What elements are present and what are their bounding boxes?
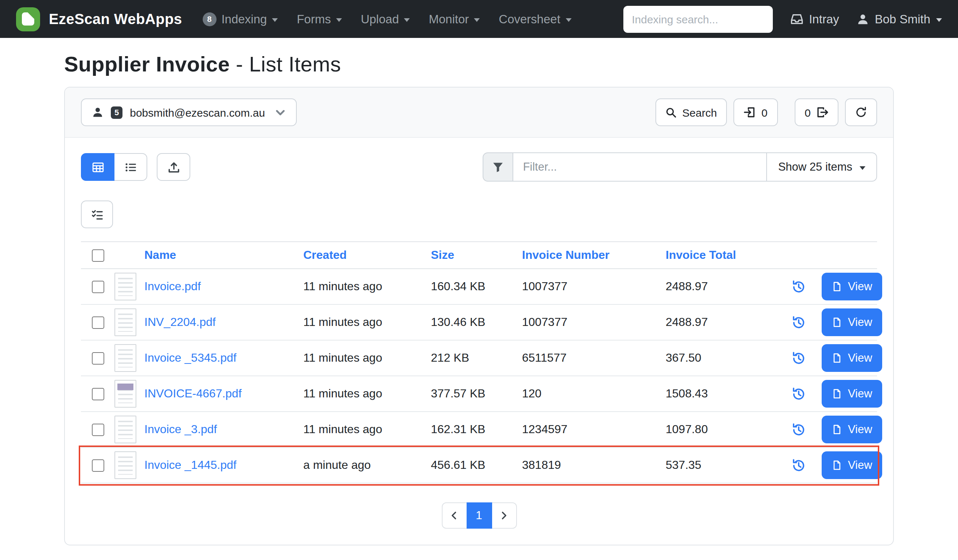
row-checkbox[interactable] <box>92 459 104 471</box>
check-in-button[interactable]: 0 <box>734 98 778 126</box>
intray-icon <box>790 13 803 25</box>
row-checkbox[interactable] <box>92 352 104 364</box>
view-button-label: View <box>848 423 872 436</box>
nav-item-coversheet[interactable]: Coversheet <box>499 12 571 26</box>
nav-item-indexing[interactable]: 8 Indexing <box>202 12 278 26</box>
cell-size: 162.31 KB <box>431 423 522 436</box>
pagination-next-button[interactable] <box>491 502 517 529</box>
list-view-button[interactable] <box>114 153 147 181</box>
person-icon <box>92 106 103 118</box>
header-created[interactable]: Created <box>303 249 431 262</box>
nav-item-label: Indexing <box>221 12 267 26</box>
cell-invoice-number: 1234597 <box>522 423 666 436</box>
user-name-label: Bob Smith <box>875 12 930 26</box>
row-checkbox[interactable] <box>92 316 104 328</box>
page-title-sub: - List Items <box>236 52 341 76</box>
history-button[interactable] <box>791 280 805 293</box>
document-thumbnail[interactable] <box>114 380 136 408</box>
view-button[interactable]: View <box>822 380 883 408</box>
history-button[interactable] <box>791 458 805 472</box>
view-button[interactable]: View <box>822 308 883 336</box>
cell-invoice-total: 2488.97 <box>666 316 775 329</box>
caret-down-icon <box>565 18 571 22</box>
filter-input[interactable] <box>514 152 767 182</box>
document-name-link[interactable]: INVOICE-4667.pdf <box>144 387 303 400</box>
search-button[interactable]: Search <box>655 98 727 126</box>
grid-view-button[interactable] <box>81 153 114 181</box>
pagination-page-1[interactable]: 1 <box>466 502 492 529</box>
page-title: Supplier Invoice - List Items <box>64 52 894 76</box>
table-row: Invoice.pdf 11 minutes ago 160.34 KB 100… <box>81 269 877 305</box>
list-toolbar: Show 25 items <box>81 152 877 182</box>
indexing-search-input[interactable] <box>623 5 772 32</box>
nav-item-forms[interactable]: Forms <box>297 12 342 26</box>
filter-icon <box>492 161 504 173</box>
cell-invoice-number: 1007377 <box>522 316 666 329</box>
check-out-icon <box>817 106 828 118</box>
document-name-link[interactable]: Invoice _3.pdf <box>144 423 303 436</box>
view-button[interactable]: View <box>822 451 883 479</box>
upload-button[interactable] <box>157 153 190 181</box>
upload-icon <box>167 161 180 173</box>
view-button[interactable]: View <box>822 416 883 443</box>
user-menu[interactable]: Bob Smith <box>856 12 942 26</box>
indexing-count-badge: 8 <box>202 12 216 26</box>
history-button[interactable] <box>791 316 805 329</box>
history-icon <box>791 316 805 329</box>
show-items-label: Show 25 items <box>778 160 852 173</box>
view-button[interactable]: View <box>822 273 883 300</box>
header-invoice-total[interactable]: Invoice Total <box>666 249 775 262</box>
nav-item-label: Coversheet <box>499 12 560 26</box>
check-out-button[interactable]: 0 <box>794 98 838 126</box>
header-name[interactable]: Name <box>144 249 303 262</box>
filter-group: Show 25 items <box>483 152 877 182</box>
header-invoice-number[interactable]: Invoice Number <box>522 249 666 262</box>
row-checkbox[interactable] <box>92 280 104 293</box>
history-button[interactable] <box>791 422 805 436</box>
document-name-link[interactable]: Invoice _5345.pdf <box>144 351 303 365</box>
history-icon <box>791 458 805 472</box>
document-name-link[interactable]: Invoice _1445.pdf <box>144 458 303 472</box>
page-title-main: Supplier Invoice <box>64 52 230 76</box>
queue-selector-dropdown[interactable]: 5 bobsmith@ezescan.com.au <box>81 98 297 126</box>
intray-label: Intray <box>809 12 839 26</box>
header-size[interactable]: Size <box>431 249 522 262</box>
view-button-label: View <box>848 280 872 293</box>
table-row: INVOICE-4667.pdf 11 minutes ago 377.57 K… <box>81 376 877 412</box>
document-thumbnail[interactable] <box>114 273 136 300</box>
history-button[interactable] <box>791 351 805 365</box>
row-checkbox[interactable] <box>92 423 104 436</box>
intray-link[interactable]: Intray <box>790 12 839 26</box>
document-thumbnail[interactable] <box>114 344 136 372</box>
table-header-row: Name Created Size Invoice Number Invoice… <box>81 241 877 269</box>
view-button-label: View <box>848 458 872 472</box>
list-items-card: 5 bobsmith@ezescan.com.au Search 0 0 <box>64 87 894 546</box>
bulk-select-button[interactable] <box>81 200 113 228</box>
nav-item-upload[interactable]: Upload <box>361 12 410 26</box>
refresh-button[interactable] <box>845 98 877 126</box>
app-screen: EzeScan WebApps 8 Indexing Forms Upload … <box>0 0 958 560</box>
brand[interactable]: EzeScan WebApps <box>16 7 182 31</box>
document-thumbnail[interactable] <box>114 416 136 443</box>
show-items-dropdown[interactable]: Show 25 items <box>767 152 877 182</box>
nav-item-label: Monitor <box>429 12 469 26</box>
caret-down-icon <box>272 18 278 22</box>
filter-funnel-button[interactable] <box>483 152 514 182</box>
view-button-label: View <box>848 387 872 400</box>
chevron-left-icon <box>449 511 459 520</box>
view-button[interactable]: View <box>822 344 883 372</box>
document-thumbnail[interactable] <box>114 308 136 336</box>
history-button[interactable] <box>791 387 805 401</box>
select-all-checkbox[interactable] <box>92 249 104 262</box>
document-name-link[interactable]: Invoice.pdf <box>144 280 303 293</box>
nav-item-monitor[interactable]: Monitor <box>429 12 480 26</box>
document-thumbnail[interactable] <box>114 451 136 479</box>
cell-size: 456.61 KB <box>431 458 522 472</box>
cell-created: 11 minutes ago <box>303 280 431 293</box>
cell-created: 11 minutes ago <box>303 423 431 436</box>
document-name-link[interactable]: INV_2204.pdf <box>144 316 303 329</box>
file-icon <box>832 317 842 327</box>
check-out-count: 0 <box>804 106 811 119</box>
row-checkbox[interactable] <box>92 387 104 400</box>
pagination-prev-button[interactable] <box>441 502 467 529</box>
